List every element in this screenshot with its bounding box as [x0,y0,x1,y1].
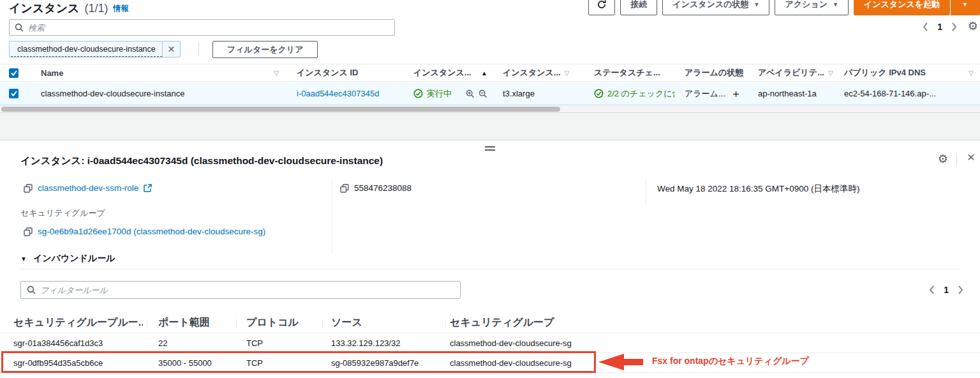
cell-source: sg-085932e987a9def7e [318,358,442,368]
remove-filter-icon[interactable]: ✕ [162,42,180,57]
launch-options-caret[interactable]: ▼ [950,0,980,15]
cell-protocol: TCP [232,358,318,368]
col-header-instance-state[interactable]: インスタンス... ▲ [403,67,493,79]
instance-state-value: 実行中 [427,88,452,100]
close-icon[interactable]: × [967,149,975,165]
instance-state-dropdown[interactable]: インスタンスの状態 ▼ [662,0,769,15]
owner-account-id: 558476238088 [354,183,412,193]
zoom-out-filter-icon[interactable] [479,89,487,98]
cell-public-dns: ec2-54-168-71-146.ap-... [834,89,980,98]
col-header-security-group: セキュリティグループ [442,316,697,329]
panel-gap [0,113,980,140]
launch-instances-button[interactable]: インスタンスを起動 [854,0,950,15]
divider [956,153,957,166]
inbound-rules-label: インバウンドルール [33,253,115,264]
divider [646,181,646,204]
sort-icon: ▽ [274,70,279,77]
chevron-down-icon: ▼ [754,2,760,8]
cell-instance-type: t3.xlarge [493,89,584,98]
col-header-alarm[interactable]: アラームの状態 [674,67,748,79]
launch-time: Wed May 18 2022 18:16:35 GMT+0900 (日本標準時… [657,183,860,195]
annotation-text: Fsx for ontapのセキュリティグループ [652,356,809,367]
copy-icon[interactable] [340,184,349,193]
col-header-source: ソース [318,316,442,329]
cell-alarm: アラーム... [685,88,725,100]
col-header-protocol: プロトコル [232,316,318,329]
next-page-button[interactable] [951,22,957,31]
cell-source: 133.32.129.123/32 [318,338,442,348]
col-header-instance-id[interactable]: インスタンス ID [285,67,403,79]
actions-dropdown[interactable]: アクション ▼ [775,0,848,15]
copy-icon[interactable] [24,184,33,193]
divider [198,42,199,56]
add-alarm-icon[interactable]: ＋ [731,88,741,99]
check-circle-icon [413,89,423,98]
panel-resize-handle[interactable] [485,146,495,153]
panel-settings-gear-icon[interactable]: ⚙ [938,153,948,165]
instance-row[interactable]: classmethod-dev-cloudsecure-instance i-0… [0,82,980,105]
col-header-name[interactable]: Name ▽ [31,68,285,78]
page-title: インスタンス [9,1,80,16]
next-page-button[interactable] [958,285,963,294]
chevron-down-icon: ▼ [962,2,968,8]
detail-panel-title: インスタンス: i-0aad544ec4307345d (classmethod… [20,155,383,168]
col-header-az[interactable]: アベイラビリテ... ▽ [748,67,834,79]
instance-search [9,19,395,36]
preferences-gear-icon[interactable]: ⚙ [968,20,978,32]
prev-page-button[interactable] [923,22,928,31]
rules-filter [20,281,461,299]
search-input[interactable] [28,23,389,33]
cell-az: ap-northeast-1a [748,89,834,98]
sort-icon: ▽ [565,70,570,77]
prev-page-button[interactable] [929,285,935,294]
current-page: 1 [944,285,949,295]
col-header-public-dns[interactable]: パブリック IPv4 DNS ▽ [834,67,980,79]
refresh-icon [597,0,607,10]
cell-port-range: 22 [143,338,232,348]
cell-status-check: 2/2 のチェックに合格 [607,88,674,100]
col-header-status-check[interactable]: ステータスチェ... [584,67,674,79]
sort-icon: ▽ [969,70,974,77]
clear-filters-button[interactable]: フィルターをクリア [212,41,318,58]
rule-row-highlighted[interactable]: sgr-0dfb954d35a5cb6ce 35000 - 55000 TCP … [0,353,980,373]
col-header-rule-id: セキュリティグループルー... [0,316,143,329]
cell-security-group: classmethod-dev-cloudsecure-sg [442,338,697,348]
inbound-rules-toggle[interactable]: ▼ インバウンドルール [20,253,115,264]
rule-row[interactable]: sgr-01a384456caf1d3c3 22 TCP 133.32.129.… [0,333,980,353]
chevron-down-icon: ▼ [833,2,838,8]
launch-split-button: インスタンスを起動 ▼ [854,0,980,15]
col-header-port-range: ポート範囲 [143,316,232,329]
cell-rule-id: sgr-0dfb954d35a5cb6ce [0,358,143,368]
toolbar-buttons: 接続 インスタンスの状態 ▼ アクション ▼ インスタンスを起動 ▼ [588,0,980,15]
col-header-instance-type[interactable]: インスタンス... ▽ [493,67,584,79]
row-checkbox[interactable] [9,89,19,98]
rules-filter-input[interactable] [40,285,454,295]
search-icon [15,23,24,32]
instance-detail-panel: インスタンス: i-0aad544ec4307345d (classmethod… [0,140,980,378]
sort-icon: ▽ [828,70,833,77]
divider [20,269,960,269]
connect-button[interactable]: 接続 [620,0,657,15]
external-link-icon [144,184,152,192]
iam-role-link[interactable]: classmethod-dev-ssm-role [38,183,138,193]
copy-icon[interactable] [24,227,33,236]
security-groups-label: セキュリティグループ [20,208,105,219]
cell-rule-id: sgr-01a384456caf1d3c3 [0,338,143,348]
instance-id-link[interactable]: i-0aad544ec4307345d [297,89,379,98]
pagination-rules: 1 [929,285,963,295]
scrollbar-thumb[interactable] [1,107,560,112]
refresh-button[interactable] [588,0,615,15]
collapse-triangle-icon: ▼ [20,255,27,262]
info-link[interactable]: 情報 [114,3,129,14]
instances-list-card: インスタンス (1/1) 情報 接続 インスタンスの状態 ▼ アクション ▼ [0,0,980,113]
sort-asc-icon: ▲ [481,70,487,77]
divider [332,179,332,253]
instance-count: (1/1) [85,2,108,15]
select-all-checkbox[interactable] [9,68,19,78]
security-group-link[interactable]: sg-0e6b9a1d26ee1700d (classmethod-dev-cl… [38,227,265,236]
check-circle-icon [594,89,604,98]
current-page: 1 [937,22,942,32]
horizontal-scrollbar[interactable] [0,106,980,112]
filter-chip-label: classmethod-dev-cloudsecure-instance [11,42,162,57]
zoom-in-filter-icon[interactable] [466,89,475,98]
